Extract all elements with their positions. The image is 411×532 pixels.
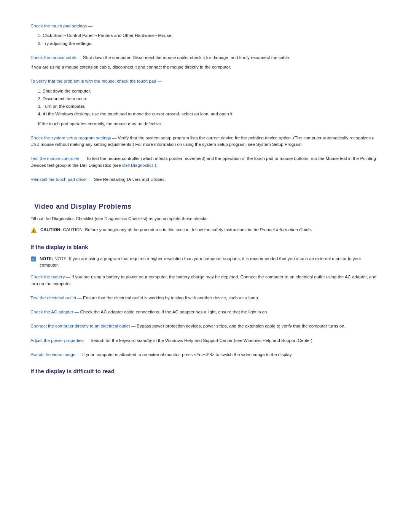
touchpad-step-1: Click Start→Control Panel→Printers and O… <box>43 32 381 39</box>
reinstall-driver-block: Reinstall the touch pad driver — See Rei… <box>30 176 381 183</box>
touchpad-settings-steps: Click Start→Control Panel→Printers and O… <box>43 32 381 47</box>
verify-touchpad-steps: Shut down the computer. Disconnect the m… <box>43 88 381 118</box>
blank-display-title: If the display is blank <box>30 243 381 252</box>
mouse-controller-block: Test the mouse controller — To test the … <box>30 155 381 169</box>
mouse-cable-desc: Shut down the computer. Disconnect the m… <box>83 55 290 60</box>
reinstall-driver-desc: See Reinstalling Drivers and Utilities. <box>94 177 166 182</box>
adjust-power-text: Search for the keyword <box>91 338 135 343</box>
caution-icon: ! <box>30 227 37 234</box>
caution-box: ! CAUTION: CAUTION: Before you begin any… <box>30 227 381 234</box>
switch-video-image-link[interactable]: Switch the video image — <box>30 352 81 357</box>
dell-diagnostics-link[interactable]: Dell Diagnostics <box>122 163 153 168</box>
test-outlet-block: Test the electrical outlet — Ensure that… <box>30 295 381 301</box>
touchpad-settings-block: Check the touch pad settings — Click Sta… <box>30 23 381 47</box>
system-setup-link[interactable]: Check the system setup program settings … <box>30 136 116 140</box>
adjust-power-text-end: in the Windows Help and Support Center (… <box>153 338 314 343</box>
connect-direct-outlet-text: Bypass power protection devices, power s… <box>137 324 345 328</box>
touchpad-step-2: Try adjusting the settings. <box>43 40 381 47</box>
check-ac-adapter-block: Check the AC adapter — Check the AC adap… <box>30 309 381 315</box>
mouse-cable-block: Check the mouse cable — Shut down the co… <box>30 54 381 71</box>
verify-touchpad-link[interactable]: To verify that the problem is with the m… <box>30 79 162 83</box>
section-divider <box>30 192 381 192</box>
check-battery-block: Check the battery — If you are using a b… <box>30 274 381 287</box>
check-battery-text: If you are using a battery to power your… <box>30 275 376 286</box>
switch-video-image-block: Switch the video image — If your compute… <box>30 351 381 358</box>
verify-step-3: Turn on the computer. <box>43 103 381 110</box>
difficult-display-section: If the display is difficult to read <box>30 367 381 376</box>
verify-touchpad-note: If the touch pad operates correctly, the… <box>38 121 381 127</box>
verify-step-1: Shut down the computer. <box>43 88 381 94</box>
video-display-title: Video and Display Problems <box>30 201 381 212</box>
touchpad-settings-link[interactable]: Check the touch pad settings — <box>30 24 92 28</box>
check-ac-adapter-link[interactable]: Check the AC adapter — <box>30 310 79 314</box>
caution-text: CAUTION: CAUTION: Before you begin any o… <box>40 227 312 233</box>
note-box: ✓ NOTE: NOTE: If you are using a program… <box>30 256 381 269</box>
mouse-controller-desc-end: ). <box>155 163 158 168</box>
note-text: NOTE: NOTE: If you are using a program t… <box>40 256 381 269</box>
verify-step-2: Disconnect the mouse. <box>43 96 381 102</box>
difficult-display-title: If the display is difficult to read <box>30 367 381 376</box>
system-setup-block: Check the system setup program settings … <box>30 135 381 148</box>
svg-text:!: ! <box>33 229 34 233</box>
verify-touchpad-block: To verify that the problem is with the m… <box>30 78 381 127</box>
test-outlet-text: Ensure that the electrical outlet is wor… <box>83 296 259 300</box>
blank-display-section: If the display is blank ✓ NOTE: NOTE: If… <box>30 243 381 358</box>
test-outlet-link[interactable]: Test the electrical outlet — <box>30 296 82 300</box>
video-display-intro: Fill out the Diagnostics Checklist (see … <box>30 216 381 222</box>
connect-direct-outlet-block: Connect the computer directly to an elec… <box>30 323 381 329</box>
connect-direct-outlet-link[interactable]: Connect the computer directly to an elec… <box>30 324 135 328</box>
mouse-cable-note: If you are using a mouse extension cable… <box>30 64 381 70</box>
video-display-section: Video and Display Problems Fill out the … <box>30 201 381 376</box>
adjust-power-block: Adjust the power properties — Search for… <box>30 337 381 344</box>
mouse-cable-link[interactable]: Check the mouse cable — <box>30 55 82 60</box>
check-battery-link[interactable]: Check the battery — <box>30 275 70 279</box>
adjust-power-link[interactable]: Adjust the power properties — <box>30 338 89 343</box>
switch-video-image-text: If your computer is attached to an exter… <box>82 352 293 357</box>
verify-step-4: At the Windows desktop, use the touch pa… <box>43 111 381 117</box>
check-ac-adapter-text: Check the AC adapter cable connections. … <box>80 310 268 314</box>
note-icon: ✓ <box>30 256 37 262</box>
svg-text:✓: ✓ <box>32 257 35 261</box>
adjust-power-italic: standby <box>137 338 152 343</box>
mouse-controller-link[interactable]: Test the mouse controller — <box>30 156 85 161</box>
reinstall-driver-link[interactable]: Reinstall the touch pad driver — <box>30 177 93 182</box>
